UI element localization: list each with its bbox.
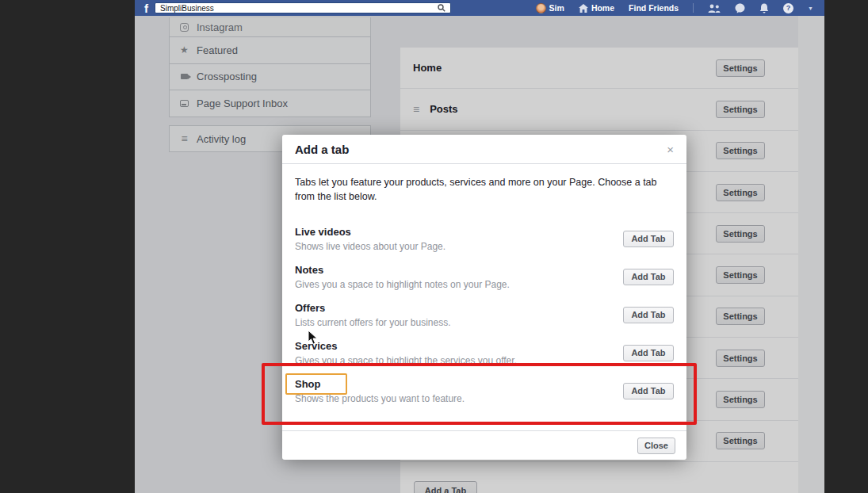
tab-option-live-videos: Live videos Shows live videos about your… <box>295 220 674 258</box>
profile-name: Sim <box>549 3 564 13</box>
tab-option-title: Offers <box>295 302 451 314</box>
account-menu-button[interactable]: ▼ <box>808 6 813 11</box>
facebook-logo[interactable]: f <box>144 2 148 14</box>
tab-option-title: Live videos <box>295 226 445 238</box>
search-icon[interactable] <box>438 4 445 12</box>
navbar-divider <box>693 3 694 13</box>
modal-description: Tabs let you feature your products, serv… <box>295 175 674 204</box>
tab-option-title: Services <box>295 340 517 352</box>
tab-option-subtitle: Lists current offers for your business. <box>295 317 451 328</box>
question-icon: ? <box>783 3 793 13</box>
search-value: SimpliBusiness <box>160 4 434 13</box>
home-icon <box>579 4 588 13</box>
find-friends-link[interactable]: Find Friends <box>629 3 679 13</box>
friends-icon <box>708 4 721 13</box>
add-tab-button[interactable]: Add Tab <box>623 231 674 247</box>
tab-option-notes: Notes Gives you a space to highlight not… <box>295 258 674 296</box>
messenger-icon <box>735 3 745 13</box>
browser-viewport: f SimpliBusiness Sim Home Find Friends <box>135 0 824 493</box>
tab-option-subtitle: Gives you a space to highlight notes on … <box>295 279 510 290</box>
mouse-cursor <box>308 330 319 346</box>
notifications-button[interactable] <box>759 3 769 13</box>
modal-title: Add a tab <box>295 143 349 156</box>
search-input[interactable]: SimpliBusiness <box>155 2 451 13</box>
close-icon[interactable]: × <box>667 143 674 155</box>
modal-footer: Close <box>282 430 686 460</box>
navbar-right: Sim Home Find Friends ? ▼ <box>522 3 824 13</box>
add-tab-button[interactable]: Add Tab <box>623 345 674 361</box>
profile-link[interactable]: Sim <box>536 3 564 13</box>
tab-option-title: Notes <box>295 264 510 276</box>
bell-icon <box>759 3 769 13</box>
modal-header: Add a tab × <box>282 135 686 164</box>
find-friends-label: Find Friends <box>629 3 679 13</box>
chevron-down-icon: ▼ <box>808 6 813 11</box>
tab-option-subtitle: Shows live videos about your Page. <box>295 241 445 252</box>
red-annotation-box <box>262 363 697 425</box>
home-link[interactable]: Home <box>579 3 614 13</box>
avatar <box>536 3 546 13</box>
home-link-label: Home <box>591 3 614 13</box>
add-tab-button[interactable]: Add Tab <box>623 269 674 285</box>
tab-option-offers: Offers Lists current offers for your bus… <box>295 296 674 334</box>
facebook-navbar: f SimpliBusiness Sim Home Find Friends <box>135 0 824 16</box>
add-tab-button[interactable]: Add Tab <box>623 307 674 323</box>
close-button[interactable]: Close <box>637 438 675 454</box>
help-button[interactable]: ? <box>783 3 793 13</box>
messenger-button[interactable] <box>735 3 745 13</box>
friend-requests-button[interactable] <box>708 4 721 13</box>
